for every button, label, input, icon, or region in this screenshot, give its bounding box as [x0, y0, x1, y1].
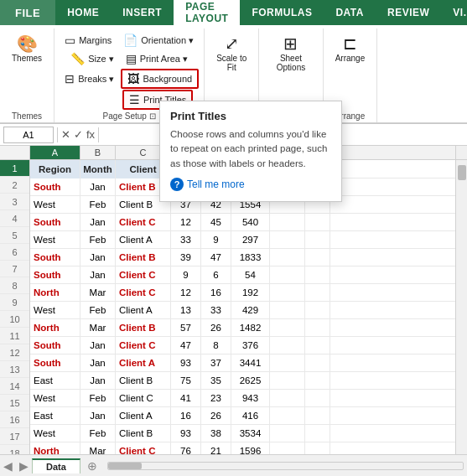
- cell-13-b[interactable]: Jan: [80, 372, 116, 389]
- insert-function-icon[interactable]: fx: [86, 128, 95, 141]
- cell-9-f[interactable]: 429: [231, 302, 270, 318]
- cell-10-e[interactable]: 26: [201, 319, 231, 336]
- sheet-tab-data[interactable]: Data: [32, 458, 80, 473]
- cell-14-c[interactable]: Client C: [116, 390, 171, 406]
- confirm-formula-icon[interactable]: ✓: [74, 128, 83, 141]
- col-header-b[interactable]: B: [80, 146, 116, 159]
- cell-14-a[interactable]: West: [30, 390, 80, 406]
- cell-11-c[interactable]: Client C: [116, 337, 171, 354]
- cell-4-h[interactable]: [305, 214, 330, 230]
- cell-5-c[interactable]: Client A: [116, 231, 171, 248]
- cell-6-c[interactable]: Client B: [116, 249, 171, 266]
- row-num-14[interactable]: 14: [0, 378, 29, 395]
- cell-1-b[interactable]: Month: [80, 160, 116, 178]
- cell-17-c[interactable]: Client C: [116, 442, 171, 454]
- cell-6-d[interactable]: 39: [171, 249, 201, 266]
- cell-9-a[interactable]: West: [30, 302, 80, 318]
- horizontal-scrollbar[interactable]: [107, 462, 464, 470]
- row-num-16[interactable]: 16: [0, 411, 29, 428]
- cell-8-g[interactable]: [270, 284, 305, 301]
- cell-7-b[interactable]: Jan: [80, 266, 116, 283]
- cell-12-c[interactable]: Client A: [116, 354, 171, 371]
- cell-2-b[interactable]: Jan: [80, 178, 116, 195]
- background-button[interactable]: 🖼 Print Titles Background: [121, 69, 199, 89]
- cancel-formula-icon[interactable]: ✕: [61, 128, 70, 141]
- cell-9-d[interactable]: 13: [171, 302, 201, 318]
- cell-4-b[interactable]: Jan: [80, 214, 116, 230]
- cell-13-d[interactable]: 75: [171, 372, 201, 389]
- cell-12-a[interactable]: South: [30, 354, 80, 371]
- tab-formulas[interactable]: FORMULAS: [240, 0, 324, 25]
- row-num-11[interactable]: 11: [0, 328, 29, 344]
- cell-14-f[interactable]: 943: [231, 390, 270, 406]
- cell-17-f[interactable]: 1596: [231, 442, 270, 454]
- cell-3-b[interactable]: Feb: [80, 196, 116, 213]
- cell-10-g[interactable]: [270, 319, 305, 336]
- cell-5-e[interactable]: 9: [201, 231, 231, 248]
- tab-home[interactable]: HOME: [55, 0, 111, 25]
- cell-13-g[interactable]: [270, 372, 305, 389]
- scrollbar-thumb[interactable]: [458, 165, 466, 180]
- hscroll-thumb[interactable]: [108, 463, 142, 469]
- cell-11-f[interactable]: 376: [231, 337, 270, 354]
- breaks-button[interactable]: ⊟ Breaks ▾: [60, 70, 119, 87]
- cell-5-d[interactable]: 33: [171, 231, 201, 248]
- cell-15-d[interactable]: 16: [171, 407, 201, 424]
- cell-17-h[interactable]: [305, 442, 330, 454]
- cell-7-c[interactable]: Client C: [116, 266, 171, 283]
- cell-6-a[interactable]: South: [30, 249, 80, 266]
- cell-11-e[interactable]: 8: [201, 337, 231, 354]
- cell-14-h[interactable]: [305, 390, 330, 406]
- sheet-nav-right[interactable]: ▶: [16, 459, 32, 473]
- cell-6-g[interactable]: [270, 249, 305, 266]
- row-num-15[interactable]: 15: [0, 395, 29, 411]
- add-sheet-button[interactable]: ⊕: [80, 458, 104, 474]
- size-button[interactable]: 📏 Size ▾: [65, 50, 118, 67]
- sheet-nav-left[interactable]: ◀: [0, 459, 16, 473]
- cell-16-c[interactable]: Client B: [116, 425, 171, 442]
- cell-11-b[interactable]: Jan: [80, 337, 116, 354]
- tab-insert[interactable]: INSERT: [111, 0, 174, 25]
- cell-2-a[interactable]: South: [30, 178, 80, 195]
- cell-8-h[interactable]: [305, 284, 330, 301]
- cell-15-e[interactable]: 26: [201, 407, 231, 424]
- cell-15-g[interactable]: [270, 407, 305, 424]
- cell-5-g[interactable]: [270, 231, 305, 248]
- cell-11-h[interactable]: [305, 337, 330, 354]
- cell-7-d[interactable]: 9: [171, 266, 201, 283]
- sheet-options-button[interactable]: ⊞ SheetOptions: [270, 32, 312, 75]
- cell-10-a[interactable]: North: [30, 319, 80, 336]
- cell-4-e[interactable]: 45: [201, 214, 231, 230]
- cell-15-b[interactable]: Jan: [80, 407, 116, 424]
- cell-16-g[interactable]: [270, 425, 305, 442]
- row-num-5[interactable]: 5: [0, 227, 29, 244]
- cell-8-c[interactable]: Client C: [116, 284, 171, 301]
- cell-16-a[interactable]: West: [30, 425, 80, 442]
- cell-10-h[interactable]: [305, 319, 330, 336]
- cell-13-f[interactable]: 2625: [231, 372, 270, 389]
- cell-17-e[interactable]: 21: [201, 442, 231, 454]
- cell-11-g[interactable]: [270, 337, 305, 354]
- row-num-1[interactable]: 1: [0, 160, 29, 177]
- tell-me-more-link[interactable]: ? Tell me more: [170, 178, 331, 191]
- cell-13-e[interactable]: 35: [201, 372, 231, 389]
- orientation-button[interactable]: 📄 Orientation ▾: [118, 32, 199, 49]
- cell-5-a[interactable]: West: [30, 231, 80, 248]
- cell-1-a[interactable]: Region: [30, 160, 80, 178]
- cell-reference-input[interactable]: A1: [3, 127, 54, 143]
- cell-16-h[interactable]: [305, 425, 330, 442]
- cell-4-a[interactable]: South: [30, 214, 80, 230]
- cell-4-f[interactable]: 540: [231, 214, 270, 230]
- cell-15-h[interactable]: [305, 407, 330, 424]
- cell-9-b[interactable]: Feb: [80, 302, 116, 318]
- cell-15-f[interactable]: 416: [231, 407, 270, 424]
- cell-16-d[interactable]: 93: [171, 425, 201, 442]
- row-num-6[interactable]: 6: [0, 244, 29, 261]
- cell-3-a[interactable]: West: [30, 196, 80, 213]
- cell-14-b[interactable]: Feb: [80, 390, 116, 406]
- cell-7-h[interactable]: [305, 266, 330, 283]
- row-num-17[interactable]: 17: [0, 428, 29, 445]
- cell-4-c[interactable]: Client C: [116, 214, 171, 230]
- cell-6-e[interactable]: 47: [201, 249, 231, 266]
- cell-7-f[interactable]: 54: [231, 266, 270, 283]
